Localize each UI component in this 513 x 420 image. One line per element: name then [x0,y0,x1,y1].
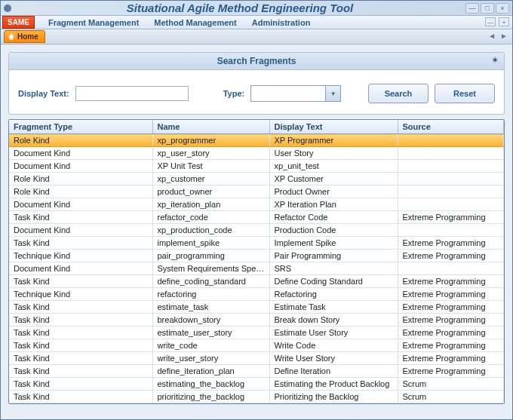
table-row[interactable]: Document Kindxp_production_codeProductio… [9,224,504,237]
minimize-button[interactable]: — [465,3,479,14]
table-row[interactable]: Document Kindxp_iteration_planXP Iterati… [9,198,504,211]
table-header-row: Fragment Type Name Display Text Source [9,120,504,134]
table-row[interactable]: Document KindXP Unit Testxp_unit_test [9,160,504,173]
table-row[interactable]: Task Kindestimate_user_storyEstimate Use… [9,326,504,339]
type-select-value [251,86,325,101]
window-controls: — □ × [465,3,509,14]
cell-fragment-type: Task Kind [9,378,152,391]
tab-home[interactable]: Home [4,30,45,43]
type-select[interactable]: ▼ [250,85,341,102]
cell-display-text: Refactor Code [269,211,398,224]
cell-name: estimate_user_story [152,326,269,339]
menu-close-icon[interactable]: × [499,17,509,26]
maximize-button[interactable]: □ [481,3,494,14]
cell-name: estimate_task [152,301,269,314]
display-text-label: Display Text: [18,89,69,98]
cell-display-text: Define Coding Standard [269,275,398,288]
table-row[interactable]: Document Kindxp_user_storyUser Story [9,147,504,160]
cell-name: breakdown_story [152,314,269,326]
search-form: Display Text: Type: ▼ Search Reset [9,70,504,114]
table-row[interactable]: Task Kindwrite_codeWrite CodeExtreme Pro… [9,339,504,352]
cell-fragment-type: Task Kind [9,352,152,365]
cell-fragment-type: Task Kind [9,326,152,339]
search-button[interactable]: Search [368,84,429,103]
cell-name: xp_programmer [152,134,269,147]
cell-name: prioritizing_the_backlog [152,391,269,403]
table-row[interactable]: Role Kindxp_programmerXP Programmer [9,134,504,147]
table-row[interactable]: Role Kindxp_customerXP Customer [9,173,504,185]
menu-administration[interactable]: Administration [244,18,318,27]
tab-strip: Home ◄ ► [1,29,512,44]
cell-name: estimating_the_backlog [152,378,269,391]
cell-fragment-type: Task Kind [9,211,152,224]
cell-display-text: SRS [269,262,398,275]
cell-display-text: Implement Spike [269,237,398,250]
cell-source [398,185,504,198]
table-row[interactable]: Task Kindestimate_taskEstimate TaskExtre… [9,301,504,314]
cell-fragment-type: Task Kind [9,391,152,403]
cell-fragment-type: Technique Kind [9,250,152,262]
menu-minimize-icon[interactable]: — [485,17,496,26]
cell-display-text: Production Code [269,224,398,237]
cell-source: Extreme Programming [398,339,504,352]
cell-source [398,160,504,173]
chevron-down-icon: ▼ [325,86,340,101]
menu-fragment-management[interactable]: Fragment Management [41,18,146,27]
display-text-input[interactable] [75,86,189,101]
cell-display-text: XP Programmer [269,134,398,147]
cell-display-text: Prioritizing the Backlog [269,391,398,403]
table-row[interactable]: Task Kinddefine_coding_standardDefine Co… [9,275,504,288]
col-source[interactable]: Source [398,120,504,134]
table-row[interactable]: Technique Kindpair_programmingPair Progr… [9,250,504,262]
cell-display-text: Define Iteration [269,365,398,378]
table-row[interactable]: Task Kinddefine_iteration_planDefine Ite… [9,365,504,378]
cell-source: Extreme Programming [398,301,504,314]
cell-display-text: Estimate Task [269,301,398,314]
cell-source [398,224,504,237]
cell-fragment-type: Technique Kind [9,288,152,301]
cell-source: Extreme Programming [398,211,504,224]
table-row[interactable]: Document KindSystem Requirements Specifi… [9,262,504,275]
reset-button[interactable]: Reset [435,84,495,103]
cell-fragment-type: Document Kind [9,198,152,211]
window-title: Situational Agile Method Engineering Too… [14,2,465,14]
cell-name: define_iteration_plan [152,365,269,378]
tab-home-label: Home [17,32,38,41]
table-row[interactable]: Task Kindbreakdown_storyBreak down Story… [9,314,504,326]
cell-name: xp_customer [152,173,269,185]
table-row[interactable]: Task Kindrefactor_codeRefactor CodeExtre… [9,211,504,224]
col-name[interactable]: Name [152,120,269,134]
cell-name: define_coding_standard [152,275,269,288]
table-row[interactable]: Task Kindwrite_user_storyWrite User Stor… [9,352,504,365]
cell-fragment-type: Task Kind [9,314,152,326]
cell-name: refactor_code [152,211,269,224]
search-panel-header: Search Fragments ✶ [9,53,504,70]
col-display-text[interactable]: Display Text [269,120,398,134]
menu-method-management[interactable]: Method Management [146,18,244,27]
home-icon [8,33,15,41]
col-fragment-type[interactable]: Fragment Type [9,120,152,134]
cell-source [398,147,504,160]
table-row[interactable]: Task Kindprioritizing_the_backlogPriorit… [9,391,504,403]
window-titlebar: Situational Agile Method Engineering Too… [1,1,512,16]
table-row[interactable]: Technique KindrefactoringRefactoringExtr… [9,288,504,301]
cell-fragment-type: Role Kind [9,134,152,147]
cell-display-text: Refactoring [269,288,398,301]
close-button[interactable]: × [496,3,509,14]
cell-source: Extreme Programming [398,250,504,262]
cell-name: write_code [152,339,269,352]
tab-prev-icon[interactable]: ◄ [488,32,496,40]
cell-fragment-type: Document Kind [9,262,152,275]
table-row[interactable]: Role Kindproduct_ownerProduct Owner [9,185,504,198]
table-row[interactable]: Task Kindimplement_spikeImplement SpikeE… [9,237,504,250]
cell-fragment-type: Task Kind [9,365,152,378]
cell-name: xp_production_code [152,224,269,237]
collapse-icon[interactable]: ✶ [492,56,498,64]
cell-display-text: XP Iteration Plan [269,198,398,211]
tab-next-icon[interactable]: ► [500,32,508,40]
cell-fragment-type: Task Kind [9,275,152,288]
cell-display-text: xp_unit_test [269,160,398,173]
table-row[interactable]: Task Kindestimating_the_backlogEstimatin… [9,378,504,391]
cell-name: write_user_story [152,352,269,365]
cell-name: product_owner [152,185,269,198]
